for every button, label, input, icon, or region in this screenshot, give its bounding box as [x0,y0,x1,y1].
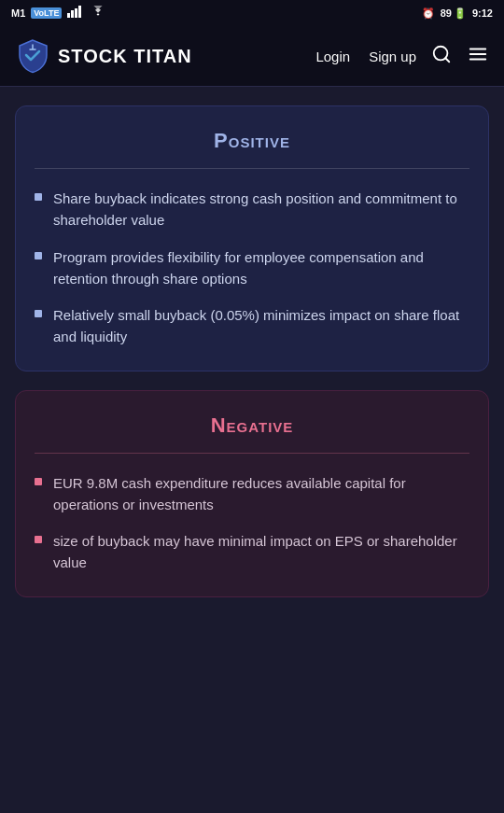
list-item: EUR 9.8M cash expenditure reduces availa… [35,472,469,516]
signup-link[interactable]: Sign up [369,49,416,64]
logo-text: STOCK TITAN [58,46,192,67]
menu-icon[interactable] [467,44,489,69]
negative-card: Negative EUR 9.8M cash expenditure reduc… [15,390,489,597]
wifi-icon [90,6,106,21]
list-item: Share buyback indicates strong cash posi… [35,188,469,231]
time-label: 9:12 [472,7,493,19]
negative-card-divider [35,453,469,454]
logo-shield-icon [15,38,50,74]
battery-icon: 🔋 [454,7,467,20]
negative-bullet-list: EUR 9.8M cash expenditure reduces availa… [35,472,469,574]
main-content: Positive Share buyback indicates strong … [0,87,504,616]
search-icon[interactable] [431,44,452,69]
nav-links: Login Sign up [315,49,416,64]
battery-indicator: 89 🔋 [441,7,467,20]
positive-bullet-list: Share buyback indicates strong cash posi… [35,188,469,348]
positive-card-title: Positive [35,129,469,153]
svg-line-5 [445,58,449,62]
login-link[interactable]: Login [315,49,350,64]
nav-icons [431,44,489,69]
positive-card: Positive Share buyback indicates strong … [15,105,489,371]
positive-item-3-text: Relatively small buyback (0.05%) minimiz… [53,304,469,348]
status-left: M1 VoLTE [11,6,106,21]
bullet-marker-positive-2 [35,252,42,259]
carrier-label: M1 [11,7,25,19]
svg-rect-1 [71,10,74,18]
logo-container: STOCK TITAN [15,38,315,74]
list-item: Program provides flexibility for employe… [35,246,469,290]
alarm-icon: ⏰ [422,7,435,20]
svg-rect-2 [75,8,77,18]
svg-rect-0 [67,13,70,18]
svg-rect-3 [78,6,81,18]
bullet-marker-negative-1 [35,478,42,485]
positive-item-2-text: Program provides flexibility for employe… [53,246,469,290]
status-bar: M1 VoLTE ⏰ 89 🔋 9:12 [0,0,504,26]
signal-icon [67,6,84,21]
positive-item-1-text: Share buyback indicates strong cash posi… [53,188,469,231]
positive-card-divider [35,168,469,169]
list-item: Relatively small buyback (0.05%) minimiz… [35,304,469,348]
bullet-marker-positive-3 [35,310,42,317]
navbar: STOCK TITAN Login Sign up [0,26,504,87]
negative-item-2-text: size of buyback may have minimal impact … [53,530,469,574]
list-item: size of buyback may have minimal impact … [35,530,469,574]
bullet-marker-negative-2 [35,536,42,543]
negative-card-title: Negative [35,414,469,438]
battery-level: 89 [441,7,452,19]
status-right: ⏰ 89 🔋 9:12 [422,7,493,20]
negative-item-1-text: EUR 9.8M cash expenditure reduces availa… [53,472,469,516]
bullet-marker-positive-1 [35,193,42,201]
volte-badge: VoLTE [31,7,62,19]
